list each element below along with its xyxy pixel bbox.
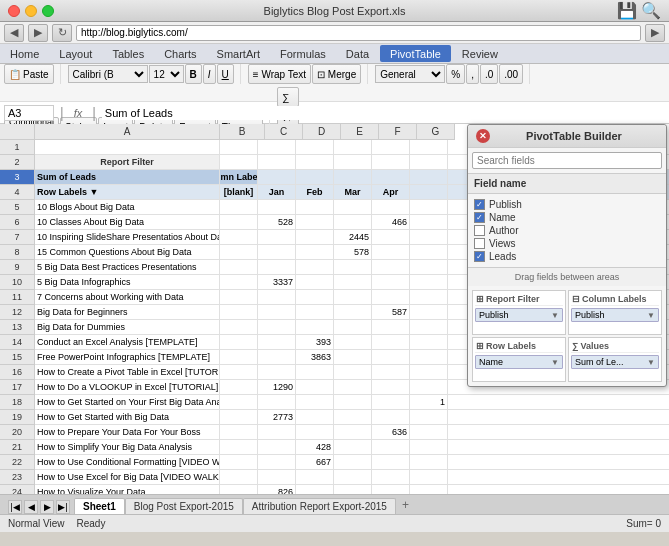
go-button[interactable]: ▶: [645, 24, 665, 42]
report-filter-item-publish[interactable]: Publish ▼: [475, 308, 563, 322]
tab-data[interactable]: Data: [336, 44, 379, 63]
sheet-nav-prev[interactable]: ◀: [24, 500, 38, 514]
sheet-nav-last[interactable]: ▶|: [56, 500, 70, 514]
tab-formulas[interactable]: Formulas: [270, 44, 336, 63]
sheet-tab-1[interactable]: Sheet1: [74, 498, 125, 514]
bold-button[interactable]: B: [185, 64, 202, 84]
window-controls[interactable]: [8, 5, 54, 17]
font-selector[interactable]: Calibri (B: [68, 65, 148, 83]
reload-button[interactable]: ↻: [52, 24, 72, 42]
cell-reference[interactable]: [4, 105, 54, 121]
publish-checkbox[interactable]: ✓: [474, 199, 485, 210]
pivot-field-name-header: Field name: [468, 174, 666, 194]
col-header-C[interactable]: C: [265, 124, 303, 140]
row-num-9[interactable]: 9: [0, 260, 35, 275]
formula-input[interactable]: [102, 106, 665, 120]
row-num-16[interactable]: 16: [0, 365, 35, 380]
sum-button[interactable]: ∑: [277, 87, 299, 107]
row-num-18[interactable]: 18: [0, 395, 35, 410]
row-num-22[interactable]: 22: [0, 455, 35, 470]
tab-charts[interactable]: Charts: [154, 44, 206, 63]
row-num-20[interactable]: 20: [0, 425, 35, 440]
pivot-field-author[interactable]: Author: [472, 224, 662, 237]
comma-button[interactable]: ,: [466, 64, 479, 84]
col-header-D[interactable]: D: [303, 124, 341, 140]
row-num-13[interactable]: 13: [0, 320, 35, 335]
author-checkbox[interactable]: [474, 225, 485, 236]
values-item-leads[interactable]: Sum of Le... ▼: [571, 355, 659, 369]
minimize-button[interactable]: [25, 5, 37, 17]
row-num-11[interactable]: 11: [0, 290, 35, 305]
sheet-tab-2[interactable]: Blog Post Export-2015: [125, 498, 243, 514]
percent-button[interactable]: %: [446, 64, 465, 84]
col-header-G[interactable]: G: [417, 124, 455, 140]
row-num-4[interactable]: 4: [0, 185, 35, 200]
row-num-8[interactable]: 8: [0, 245, 35, 260]
ready-status: Ready: [77, 518, 106, 529]
row-num-1[interactable]: 1: [0, 140, 35, 155]
row-num-12[interactable]: 12: [0, 305, 35, 320]
name-checkbox[interactable]: ✓: [474, 212, 485, 223]
views-checkbox[interactable]: [474, 238, 485, 249]
col-header-F[interactable]: F: [379, 124, 417, 140]
maximize-button[interactable]: [42, 5, 54, 17]
pivot-field-leads[interactable]: ✓ Leads: [472, 250, 662, 263]
tab-smartart[interactable]: SmartArt: [207, 44, 270, 63]
col-header-A[interactable]: A: [35, 124, 220, 140]
leads-value-gear[interactable]: ▼: [647, 358, 655, 367]
row-num-5[interactable]: 5: [0, 200, 35, 215]
increase-decimal-button[interactable]: .0: [480, 64, 498, 84]
tab-review[interactable]: Review: [452, 44, 508, 63]
italic-button[interactable]: I: [203, 64, 216, 84]
row-num-24[interactable]: 24: [0, 485, 35, 494]
add-sheet-button[interactable]: +: [396, 496, 415, 514]
sheet-nav-next[interactable]: ▶: [40, 500, 54, 514]
forward-button[interactable]: ▶: [28, 24, 48, 42]
merge-button[interactable]: ⊡ Merge: [312, 64, 361, 84]
sheet-tab-3[interactable]: Attribution Report Export-2015: [243, 498, 396, 514]
row-labels-item-name[interactable]: Name ▼: [475, 355, 563, 369]
table-row: How to Visualize Your Data 826: [35, 485, 669, 494]
back-button[interactable]: ◀: [4, 24, 24, 42]
pivot-search-input[interactable]: [472, 152, 662, 169]
row-num-15[interactable]: 15: [0, 350, 35, 365]
row-num-6[interactable]: 6: [0, 215, 35, 230]
pivot-field-name[interactable]: ✓ Name: [472, 211, 662, 224]
field-publish-label: Publish: [489, 199, 522, 210]
tab-pivottable[interactable]: PivotTable: [380, 45, 451, 62]
publish-filter-gear[interactable]: ▼: [551, 311, 559, 320]
row-num-17[interactable]: 17: [0, 380, 35, 395]
tab-layout[interactable]: Layout: [49, 44, 102, 63]
row-num-21[interactable]: 21: [0, 440, 35, 455]
font-size-selector[interactable]: 12: [149, 65, 184, 83]
paste-button[interactable]: 📋 Paste: [4, 64, 54, 84]
url-input[interactable]: [76, 25, 641, 41]
row-num-19[interactable]: 19: [0, 410, 35, 425]
underline-button[interactable]: U: [217, 64, 234, 84]
row-num-10[interactable]: 10: [0, 275, 35, 290]
sheet-nav-first[interactable]: |◀: [8, 500, 22, 514]
row-num-7[interactable]: 7: [0, 230, 35, 245]
number-format-selector[interactable]: General: [375, 65, 445, 83]
pivot-field-views[interactable]: Views: [472, 237, 662, 250]
leads-checkbox[interactable]: ✓: [474, 251, 485, 262]
pivot-close-button[interactable]: ✕: [476, 129, 490, 143]
col-header-E[interactable]: E: [341, 124, 379, 140]
close-button[interactable]: [8, 5, 20, 17]
row-num-3[interactable]: 3: [0, 170, 35, 185]
tab-tables[interactable]: Tables: [102, 44, 154, 63]
tab-home[interactable]: Home: [0, 44, 49, 63]
decrease-decimal-button[interactable]: .00: [499, 64, 523, 84]
col-header-B[interactable]: B: [220, 124, 265, 140]
row-num-14[interactable]: 14: [0, 335, 35, 350]
row-num-2[interactable]: 2: [0, 155, 35, 170]
row-num-23[interactable]: 23: [0, 470, 35, 485]
number-section: General % , .0 .00: [375, 64, 530, 84]
name-row-gear[interactable]: ▼: [551, 358, 559, 367]
wrap-text-button[interactable]: ≡ Wrap Text: [248, 64, 311, 84]
normal-view-button[interactable]: Normal View: [8, 518, 65, 529]
publish-col-gear[interactable]: ▼: [647, 311, 655, 320]
pivot-field-publish[interactable]: ✓ Publish: [472, 198, 662, 211]
table-row: How to Use Excel for Big Data [VIDEO WAL…: [35, 470, 669, 485]
column-labels-item-publish[interactable]: Publish ▼: [571, 308, 659, 322]
